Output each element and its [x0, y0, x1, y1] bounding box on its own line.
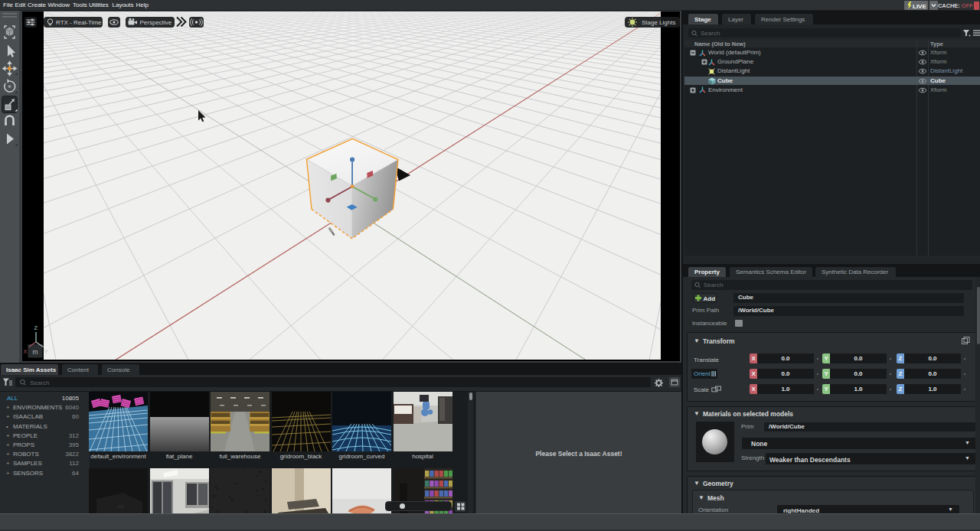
svg-text:Search: Search	[30, 380, 49, 386]
svg-text:Add: Add	[704, 295, 716, 302]
svg-text:Perspective: Perspective	[139, 19, 172, 26]
svg-text:RTX - Real-Time: RTX - Real-Time	[56, 19, 102, 26]
svg-text:Y: Y	[44, 348, 48, 355]
svg-text:Search: Search	[704, 282, 723, 288]
svg-text:Z: Z	[34, 324, 38, 331]
svg-text:X: X	[24, 348, 28, 355]
svg-text:C2: C2	[118, 504, 124, 509]
svg-text:Search: Search	[701, 30, 720, 37]
svg-text:m: m	[33, 348, 38, 356]
svg-text:Stage Lights: Stage Lights	[642, 19, 675, 26]
